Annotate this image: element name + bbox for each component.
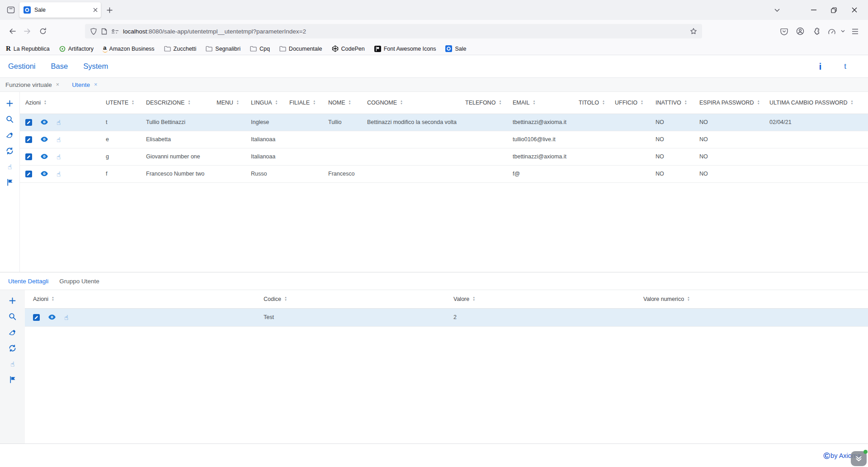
column-header-valore-numerico[interactable]: Valore numerico▲▼ <box>635 290 868 308</box>
column-header-lingua[interactable]: LINGUA▲▼ <box>245 92 284 114</box>
search-icon[interactable] <box>8 312 18 321</box>
minimize-icon[interactable] <box>803 1 824 19</box>
sort-icon[interactable]: ▲▼ <box>236 100 239 105</box>
menu-system[interactable]: System <box>83 62 108 71</box>
sort-icon[interactable]: ▲▼ <box>132 100 134 105</box>
browser-tab-sale[interactable]: Sale <box>19 2 101 18</box>
edit-row-button[interactable] <box>25 153 32 160</box>
eraser-icon[interactable] <box>8 328 18 337</box>
sort-icon[interactable]: ▲▼ <box>602 100 605 105</box>
sort-icon[interactable]: ▲▼ <box>472 296 475 301</box>
add-icon[interactable] <box>5 99 15 108</box>
edit-row-button[interactable] <box>25 171 32 177</box>
shield-icon[interactable] <box>90 28 97 35</box>
bookmark-star-icon[interactable] <box>690 28 697 35</box>
bookmark-amazon-business[interactable]: a Amazon Business <box>103 45 155 52</box>
select-row-button[interactable]: ☝︎ <box>57 136 61 143</box>
view-row-button[interactable] <box>41 119 48 125</box>
column-header-espira-password[interactable]: ESPIRA PASSWORD▲▼ <box>694 92 764 114</box>
bookmark-sale[interactable]: Sale <box>445 45 466 52</box>
gauge-chevron-icon[interactable] <box>839 24 846 38</box>
forward-icon[interactable] <box>20 24 35 38</box>
workspace-tab-funzione-virtuale[interactable]: Funzione virtuale × <box>5 81 59 88</box>
bookmark-segnalibri[interactable]: Segnalibri <box>206 46 241 52</box>
select-row-button[interactable]: ☝︎ <box>57 119 61 126</box>
select-row-button[interactable]: ☝︎ <box>57 153 61 160</box>
sort-icon[interactable]: ▲▼ <box>313 100 316 105</box>
close-tab-icon[interactable]: × <box>56 82 59 88</box>
profiler-gauge-icon[interactable] <box>825 24 839 38</box>
user-initial-icon[interactable]: t <box>844 62 846 70</box>
edit-row-button[interactable] <box>25 136 32 143</box>
sort-icon[interactable]: ▲▼ <box>684 100 687 105</box>
permissions-icon[interactable] <box>111 29 119 34</box>
column-header-menu[interactable]: MENU▲▼ <box>211 92 245 114</box>
bookmark-artifactory[interactable]: Artifactory <box>59 46 94 52</box>
view-row-button[interactable] <box>41 171 48 176</box>
bookmark-la-repubblica[interactable]: R La Repubblica <box>6 45 50 52</box>
sort-icon[interactable]: ▲▼ <box>52 296 54 301</box>
info-icon[interactable]: i <box>819 62 821 71</box>
menu-base[interactable]: Base <box>51 62 68 71</box>
close-tab-icon[interactable]: × <box>94 82 97 88</box>
view-row-button[interactable] <box>41 137 48 142</box>
sort-icon[interactable]: ▲▼ <box>400 100 403 105</box>
column-header-titolo[interactable]: TITOLO▲▼ <box>573 92 609 114</box>
extensions-puzzle-icon[interactable] <box>809 24 824 38</box>
column-header-inattivo[interactable]: INATTIVO▲▼ <box>650 92 694 114</box>
column-header-filiale[interactable]: FILIALE▲▼ <box>284 92 323 114</box>
view-row-button[interactable] <box>48 315 56 320</box>
tab-utente-dettagli[interactable]: Utente Dettagli <box>8 278 48 285</box>
url-bar[interactable]: localhost:8080/sale-app/utentetmpl__uten… <box>85 24 702 38</box>
list-all-tabs-chevron-icon[interactable] <box>770 3 784 17</box>
sort-icon[interactable]: ▲▼ <box>641 100 643 105</box>
column-header-email[interactable]: EMAIL▲▼ <box>507 92 573 114</box>
bookmark-documentale[interactable]: Documentale <box>279 46 322 52</box>
select-row-button[interactable]: ☝︎ <box>64 314 68 321</box>
column-header-codice[interactable]: Codice▲▼ <box>255 290 445 308</box>
edit-row-button[interactable] <box>33 314 40 321</box>
pocket-icon[interactable] <box>776 24 792 38</box>
sort-icon[interactable]: ▲▼ <box>44 100 47 105</box>
back-icon[interactable] <box>5 24 20 38</box>
workspace-tab-utente[interactable]: Utente × <box>72 81 97 88</box>
column-header-telefono[interactable]: TELEFONO▲▼ <box>460 92 507 114</box>
sort-icon[interactable]: ▲▼ <box>284 296 287 301</box>
sort-icon[interactable]: ▲▼ <box>687 296 690 301</box>
column-header-azioni[interactable]: Azioni▲▼ <box>25 290 255 308</box>
hand-pointer-icon[interactable]: ☝︎ <box>8 359 18 368</box>
reload-icon[interactable] <box>35 24 51 38</box>
sort-icon[interactable]: ▲▼ <box>275 100 278 105</box>
column-header-utente[interactable]: UTENTE▲▼ <box>100 92 141 114</box>
bookmark-codepen[interactable]: CodePen <box>332 45 365 52</box>
flag-icon[interactable] <box>8 375 18 384</box>
account-icon[interactable] <box>793 24 808 38</box>
table-row[interactable]: ☝︎ t Tullio Bettinazzi Inglese Tullio Be… <box>20 114 868 131</box>
page-info-icon[interactable] <box>101 28 107 35</box>
table-row[interactable]: ☝︎ f Francesco Number two Russo Francesc… <box>20 165 868 182</box>
firefox-view-icon[interactable] <box>4 3 18 17</box>
column-header-valore[interactable]: Valore▲▼ <box>445 290 635 308</box>
tab-close-icon[interactable] <box>93 8 98 12</box>
menu-gestioni[interactable]: Gestioni <box>8 62 36 71</box>
table-row[interactable]: ☝︎ e Elisabetta Italianoaa tullio0106@li… <box>20 131 868 148</box>
tab-gruppo-utente[interactable]: Gruppo Utente <box>59 278 99 285</box>
eraser-icon[interactable] <box>5 130 15 139</box>
edit-row-button[interactable] <box>25 119 32 126</box>
hand-pointer-icon[interactable]: ☝︎ <box>5 162 15 171</box>
scroll-down-widget[interactable] <box>851 451 867 466</box>
select-row-button[interactable]: ☝︎ <box>57 171 61 177</box>
close-window-icon[interactable] <box>844 1 864 19</box>
restore-icon[interactable] <box>824 1 844 19</box>
flag-icon[interactable] <box>5 178 15 187</box>
search-icon[interactable] <box>5 114 15 124</box>
column-header-ufficio[interactable]: UFFICIO▲▼ <box>609 92 650 114</box>
sort-icon[interactable]: ▲▼ <box>349 100 351 105</box>
new-tab-button[interactable] <box>102 3 117 17</box>
column-header-descrizione[interactable]: DESCRIZIONE▲▼ <box>141 92 211 114</box>
column-header-ultima-cambio-password[interactable]: ULTIMA CAMBIO PASSWORD▲▼ <box>764 92 868 114</box>
refresh-icon[interactable] <box>8 343 18 353</box>
hamburger-menu-icon[interactable] <box>847 24 863 38</box>
sort-icon[interactable]: ▲▼ <box>533 100 536 105</box>
sort-icon[interactable]: ▲▼ <box>499 100 501 105</box>
